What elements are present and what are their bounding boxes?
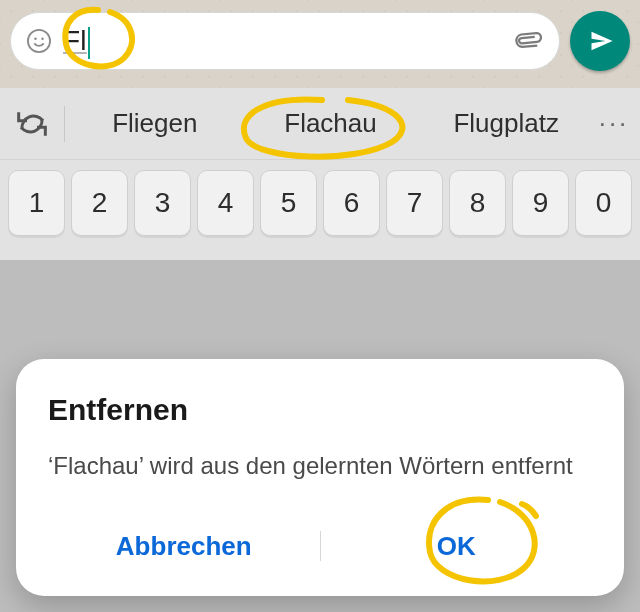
- refresh-icon[interactable]: [12, 104, 52, 144]
- key-1[interactable]: 1: [8, 170, 65, 236]
- key-9[interactable]: 9: [512, 170, 569, 236]
- ok-button[interactable]: OK: [321, 515, 593, 578]
- more-suggestions-icon[interactable]: ···: [594, 108, 634, 139]
- remove-word-dialog: Entfernen ‘Flachau’ wird aus den gelernt…: [16, 359, 624, 596]
- suggestion-2[interactable]: Flachau: [243, 100, 419, 147]
- key-8[interactable]: 8: [449, 170, 506, 236]
- smiley-icon[interactable]: [25, 27, 53, 55]
- svg-point-0: [28, 30, 50, 52]
- key-4[interactable]: 4: [197, 170, 254, 236]
- cancel-button[interactable]: Abbrechen: [48, 515, 320, 578]
- key-6[interactable]: 6: [323, 170, 380, 236]
- svg-point-1: [34, 37, 37, 40]
- message-input[interactable]: Fl: [10, 12, 560, 70]
- number-row: 1 2 3 4 5 6 7 8 9 0: [0, 160, 640, 246]
- compose-row: Fl: [10, 10, 630, 72]
- dialog-actions: Abbrechen OK: [48, 510, 592, 582]
- key-5[interactable]: 5: [260, 170, 317, 236]
- message-input-text: Fl: [63, 25, 513, 57]
- key-2[interactable]: 2: [71, 170, 128, 236]
- send-icon: [588, 27, 616, 55]
- key-7[interactable]: 7: [386, 170, 443, 236]
- paperclip-icon[interactable]: [507, 20, 549, 62]
- divider: [64, 106, 65, 142]
- text-cursor: [88, 27, 90, 59]
- dialog-message: ‘Flachau’ wird aus den gelernten Wörtern…: [48, 449, 592, 484]
- key-0[interactable]: 0: [575, 170, 632, 236]
- suggestion-3[interactable]: Flugplatz: [418, 100, 594, 147]
- suggestion-1[interactable]: Fliegen: [67, 100, 243, 147]
- key-3[interactable]: 3: [134, 170, 191, 236]
- dialog-title: Entfernen: [48, 393, 592, 427]
- suggestion-row: Fliegen Flachau Flugplatz ···: [0, 88, 640, 160]
- send-button[interactable]: [570, 11, 630, 71]
- svg-point-2: [41, 37, 44, 40]
